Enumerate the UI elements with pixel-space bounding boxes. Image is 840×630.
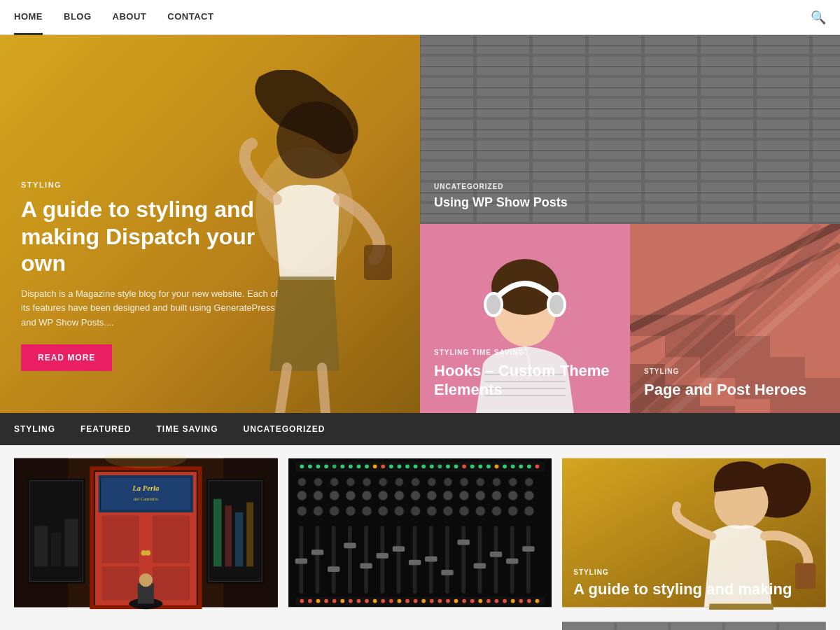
svg-point-67 <box>397 464 401 468</box>
brick-bottom-svg <box>562 620 826 630</box>
mixer-svg <box>288 456 552 610</box>
svg-point-105 <box>378 491 388 500</box>
svg-point-90 <box>379 478 387 486</box>
bottom-row2-brick-card[interactable] <box>562 620 826 630</box>
svg-point-127 <box>491 506 501 516</box>
svg-point-103 <box>346 491 356 500</box>
hooks-category: STYLING TIME SAVING <box>434 349 630 356</box>
hero-section: STYLING A guide to styling and making Di… <box>0 35 840 413</box>
svg-point-92 <box>411 478 419 486</box>
hero-page-post[interactable]: STYLING Page and Post Heroes <box>630 224 840 413</box>
cat-styling[interactable]: STYLING <box>14 413 68 445</box>
hooks-card-content: STYLING TIME SAVING Hooks – Custom Theme… <box>434 349 630 399</box>
nav-blog[interactable]: BLOG <box>64 0 92 35</box>
svg-rect-157 <box>489 552 501 557</box>
svg-point-186 <box>503 599 507 603</box>
svg-point-62 <box>356 464 360 468</box>
svg-point-102 <box>330 491 340 500</box>
hero-main-post[interactable]: STYLING A guide to styling and making Di… <box>0 35 420 413</box>
svg-point-128 <box>508 506 518 516</box>
category-bar: STYLING FEATURED TIME SAVING UNCATEGORIZ… <box>0 413 840 445</box>
svg-point-64 <box>372 464 377 468</box>
svg-point-66 <box>389 464 393 468</box>
svg-point-174 <box>405 599 410 603</box>
hero-main-content: STYLING A guide to styling and making Di… <box>21 181 420 371</box>
svg-point-113 <box>508 491 518 500</box>
cat-featured[interactable]: FEATURED <box>68 413 144 445</box>
svg-point-176 <box>421 599 426 603</box>
cat-uncategorized[interactable]: UNCATEGORIZED <box>231 413 338 445</box>
svg-point-123 <box>427 506 437 516</box>
nav-home[interactable]: HOME <box>14 0 43 35</box>
svg-point-178 <box>438 599 442 603</box>
cat-time-saving[interactable]: TIME SAVING <box>144 413 230 445</box>
hero-hooks-post[interactable]: STYLING TIME SAVING Hooks – Custom Theme… <box>420 224 630 413</box>
svg-point-126 <box>475 506 485 516</box>
svg-point-168 <box>356 599 360 603</box>
svg-point-180 <box>454 599 458 603</box>
svg-point-181 <box>462 599 466 603</box>
svg-rect-136 <box>396 526 400 594</box>
svg-point-14 <box>486 295 500 314</box>
svg-rect-29 <box>101 477 191 510</box>
svg-point-120 <box>378 506 388 516</box>
svg-point-117 <box>330 506 340 516</box>
svg-point-74 <box>454 464 458 468</box>
svg-point-106 <box>394 491 404 500</box>
svg-rect-132 <box>331 526 335 594</box>
styling-card-title: A guide to styling and making <box>573 580 792 598</box>
svg-rect-131 <box>315 526 319 594</box>
bottom-card-mixer[interactable] <box>288 456 552 610</box>
svg-point-60 <box>340 464 344 468</box>
svg-point-69 <box>413 464 417 468</box>
svg-point-170 <box>372 599 377 603</box>
bottom-row-2 <box>0 620 840 630</box>
svg-rect-155 <box>457 540 469 545</box>
bottom-card-la-perla[interactable]: La Perla del Caminito <box>14 456 278 610</box>
svg-point-79 <box>494 464 498 468</box>
svg-point-122 <box>410 506 420 516</box>
svg-rect-150 <box>376 553 388 559</box>
svg-point-93 <box>428 478 436 486</box>
hooks-title: Hooks – Custom Theme Elements <box>434 362 630 399</box>
svg-point-57 <box>316 464 320 468</box>
svg-point-83 <box>527 464 531 468</box>
bottom-row2-placeholder-1 <box>14 620 278 630</box>
svg-point-188 <box>519 599 523 603</box>
svg-rect-41 <box>51 533 61 566</box>
svg-rect-144 <box>526 526 531 594</box>
svg-point-85 <box>298 478 306 486</box>
svg-rect-35 <box>153 566 190 600</box>
svg-point-109 <box>443 491 453 500</box>
la-perla-svg: La Perla del Caminito <box>14 456 278 610</box>
search-icon[interactable]: 🔍 <box>811 10 826 25</box>
svg-point-72 <box>438 464 442 468</box>
svg-point-96 <box>476 478 484 486</box>
svg-rect-149 <box>360 563 372 568</box>
svg-rect-32 <box>102 516 139 564</box>
read-more-button[interactable]: READ MORE <box>21 344 112 371</box>
navigation: HOME BLOG ABOUT CONTACT 🔍 <box>0 0 840 35</box>
nav-about[interactable]: ABOUT <box>113 0 147 35</box>
styling-card-category: STYLING <box>573 568 792 576</box>
styling-image: STYLING A guide to styling and making <box>562 456 826 610</box>
svg-rect-151 <box>392 546 404 552</box>
svg-rect-147 <box>328 566 340 572</box>
bottom-card-styling[interactable]: STYLING A guide to styling and making <box>562 456 826 610</box>
svg-point-182 <box>470 599 474 603</box>
svg-point-99 <box>525 478 533 486</box>
nav-contact[interactable]: CONTACT <box>167 0 214 35</box>
svg-text:La Perla: La Perla <box>132 484 160 492</box>
svg-rect-49 <box>225 505 232 566</box>
svg-point-177 <box>430 599 434 603</box>
svg-point-169 <box>365 599 369 603</box>
svg-point-82 <box>519 464 523 468</box>
svg-rect-33 <box>153 516 190 564</box>
nav-links: HOME BLOG ABOUT CONTACT <box>14 0 811 35</box>
svg-point-45 <box>139 573 153 587</box>
svg-rect-202 <box>562 622 826 630</box>
svg-point-84 <box>535 464 539 468</box>
hero-top-right-post[interactable]: UNCATEGORIZED Using WP Show Posts <box>420 35 840 224</box>
svg-point-61 <box>349 464 353 468</box>
svg-point-98 <box>509 478 517 486</box>
